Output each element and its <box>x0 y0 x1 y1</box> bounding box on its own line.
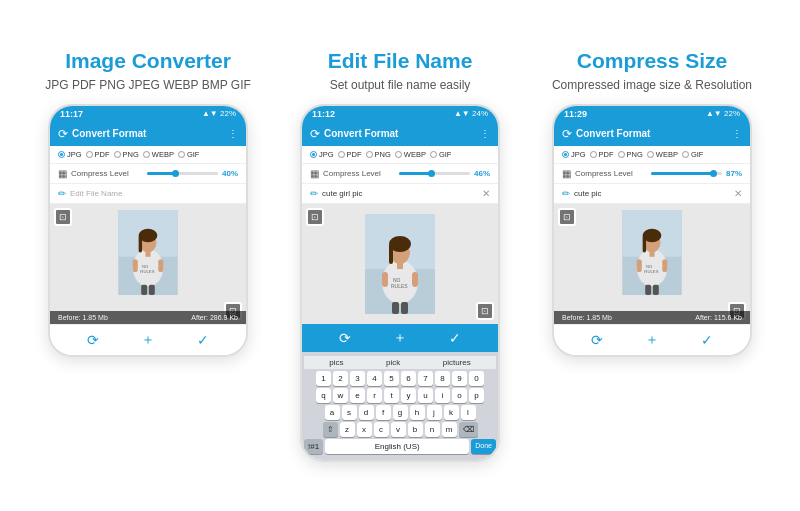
kb-key[interactable]: 3 <box>350 371 365 386</box>
kb-suggestion[interactable]: pics <box>329 358 343 367</box>
kb-key[interactable]: u <box>418 388 433 403</box>
radio-webp[interactable] <box>395 151 402 158</box>
more-icon[interactable]: ⋮ <box>228 128 238 139</box>
kb-suggestion[interactable]: pictures <box>443 358 471 367</box>
kb-key[interactable]: 9 <box>452 371 467 386</box>
radio-pdf[interactable] <box>590 151 597 158</box>
kb-backspace[interactable]: ⌫ <box>459 422 478 437</box>
format-option-jpg[interactable]: JPG <box>310 150 334 159</box>
format-option-gif[interactable]: GIF <box>682 150 704 159</box>
kb-key[interactable]: w <box>333 388 348 403</box>
kb-shift[interactable]: ⇧ <box>323 422 338 437</box>
nav-icon-0[interactable]: ⟳ <box>87 332 99 348</box>
radio-pdf[interactable] <box>338 151 345 158</box>
format-option-png[interactable]: PNG <box>618 150 643 159</box>
nav-icon-1[interactable]: ＋ <box>141 331 155 349</box>
kb-suggestion[interactable]: pick <box>386 358 400 367</box>
format-option-jpg[interactable]: JPG <box>58 150 82 159</box>
nav-icon-0[interactable]: ⟳ <box>591 332 603 348</box>
filename-field[interactable]: cute girl pic <box>322 189 478 198</box>
kb-key[interactable]: 0 <box>469 371 484 386</box>
kb-key[interactable]: q <box>316 388 331 403</box>
kb-key[interactable]: 5 <box>384 371 399 386</box>
crop-tl-icon[interactable]: ⊡ <box>54 208 72 226</box>
radio-webp[interactable] <box>143 151 150 158</box>
kb-key[interactable]: l <box>461 405 476 420</box>
kb-key[interactable]: n <box>425 422 440 437</box>
kb-key[interactable]: h <box>410 405 425 420</box>
kb-space[interactable]: English (US) <box>325 439 469 454</box>
kb-key[interactable]: 4 <box>367 371 382 386</box>
kb-key[interactable]: y <box>401 388 416 403</box>
nav-icon-2[interactable]: ✓ <box>197 332 209 348</box>
format-option-jpg[interactable]: JPG <box>562 150 586 159</box>
radio-jpg[interactable] <box>310 151 317 158</box>
kb-key[interactable]: t <box>384 388 399 403</box>
kb-key[interactable]: 7 <box>418 371 433 386</box>
kb-key[interactable]: c <box>374 422 389 437</box>
kb-key[interactable]: v <box>391 422 406 437</box>
kb-key[interactable]: p <box>469 388 484 403</box>
format-option-webp[interactable]: WEBP <box>143 150 174 159</box>
kb-key[interactable]: o <box>452 388 467 403</box>
kb-key[interactable]: 2 <box>333 371 348 386</box>
kb-key[interactable]: d <box>359 405 374 420</box>
radio-gif[interactable] <box>178 151 185 158</box>
kb-key[interactable]: s <box>342 405 357 420</box>
radio-gif[interactable] <box>682 151 689 158</box>
kb-key[interactable]: 1 <box>316 371 331 386</box>
kb-key[interactable]: k <box>444 405 459 420</box>
nav-icon-1[interactable]: ＋ <box>645 331 659 349</box>
format-option-png[interactable]: PNG <box>114 150 139 159</box>
crop-tl-icon[interactable]: ⊡ <box>558 208 576 226</box>
action-icon-0[interactable]: ⟳ <box>339 330 351 346</box>
kb-key[interactable]: j <box>427 405 442 420</box>
format-option-gif[interactable]: GIF <box>178 150 200 159</box>
format-option-pdf[interactable]: PDF <box>338 150 362 159</box>
format-option-webp[interactable]: WEBP <box>395 150 426 159</box>
kb-key[interactable]: i <box>435 388 450 403</box>
format-option-pdf[interactable]: PDF <box>86 150 110 159</box>
radio-png[interactable] <box>366 151 373 158</box>
kb-done[interactable]: Done <box>471 439 496 454</box>
format-option-png[interactable]: PNG <box>366 150 391 159</box>
radio-png[interactable] <box>114 151 121 158</box>
clear-icon[interactable]: ✕ <box>734 188 742 199</box>
more-icon[interactable]: ⋮ <box>480 128 490 139</box>
kb-key[interactable]: z <box>340 422 355 437</box>
compress-slider[interactable] <box>399 172 471 175</box>
filename-field[interactable]: Edit File Name <box>70 189 238 198</box>
compress-slider[interactable] <box>147 172 219 175</box>
kb-key[interactable]: g <box>393 405 408 420</box>
kb-key[interactable]: e <box>350 388 365 403</box>
compress-slider[interactable] <box>651 172 723 175</box>
action-icon-2[interactable]: ✓ <box>449 330 461 346</box>
kb-key[interactable]: x <box>357 422 372 437</box>
filename-field[interactable]: cute pic <box>574 189 730 198</box>
kb-key[interactable]: f <box>376 405 391 420</box>
format-option-pdf[interactable]: PDF <box>590 150 614 159</box>
kb-key[interactable]: 6 <box>401 371 416 386</box>
kb-key[interactable]: m <box>442 422 457 437</box>
action-icon-1[interactable]: ＋ <box>393 329 407 347</box>
radio-jpg[interactable] <box>562 151 569 158</box>
kb-key[interactable]: a <box>325 405 340 420</box>
radio-png[interactable] <box>618 151 625 158</box>
more-icon[interactable]: ⋮ <box>732 128 742 139</box>
radio-gif[interactable] <box>430 151 437 158</box>
kb-key[interactable]: r <box>367 388 382 403</box>
crop-br-icon[interactable]: ⊡ <box>476 302 494 320</box>
radio-jpg[interactable] <box>58 151 65 158</box>
svg-rect-24 <box>392 302 399 314</box>
format-option-webp[interactable]: WEBP <box>647 150 678 159</box>
kb-key[interactable]: 8 <box>435 371 450 386</box>
clear-icon[interactable]: ✕ <box>482 188 490 199</box>
kb-sym[interactable]: !#1 <box>304 439 323 454</box>
format-option-gif[interactable]: GIF <box>430 150 452 159</box>
radio-webp[interactable] <box>647 151 654 158</box>
crop-tl-icon[interactable]: ⊡ <box>306 208 324 226</box>
kb-key[interactable]: b <box>408 422 423 437</box>
slider-thumb <box>172 170 179 177</box>
radio-pdf[interactable] <box>86 151 93 158</box>
nav-icon-2[interactable]: ✓ <box>701 332 713 348</box>
